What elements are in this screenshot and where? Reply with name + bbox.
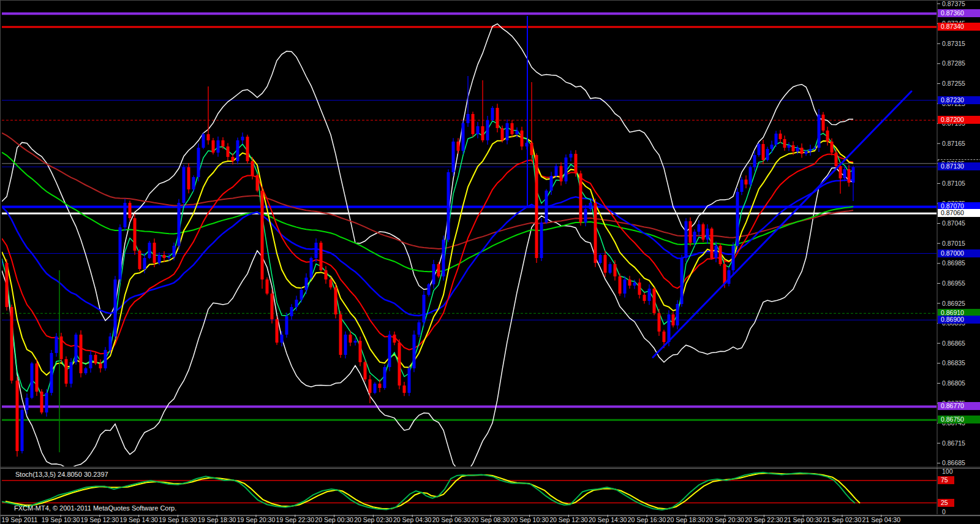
bull-candle: [70, 362, 73, 384]
bear-candle: [134, 218, 137, 251]
bear-candle: [330, 279, 333, 287]
bear-candle: [702, 224, 705, 240]
bear-candle: [792, 145, 795, 151]
bear-candle: [575, 154, 578, 173]
bull-candle: [45, 393, 48, 412]
bear-candle: [379, 384, 382, 388]
bear-candle: [261, 191, 264, 279]
bear-candle: [364, 362, 367, 379]
bull-candle: [753, 155, 756, 167]
bull-candle: [241, 137, 244, 140]
bear-candle: [334, 287, 337, 314]
bull-candle: [736, 192, 739, 246]
bear-candle: [643, 295, 646, 301]
bull-candle: [477, 126, 480, 134]
bull-candle: [818, 115, 821, 148]
chart-frame: [1, 1, 980, 517]
bull-candle: [148, 243, 151, 258]
bull-candle: [771, 145, 774, 149]
bear-candle: [16, 381, 19, 451]
bull-candle: [85, 368, 88, 373]
bear-candle: [638, 283, 641, 295]
bear-candle: [187, 167, 190, 189]
mt4-chart-window: 0.873750.873450.873150.872850.872550.872…: [0, 0, 980, 524]
bear-candle: [138, 251, 141, 269]
bull-candle: [374, 384, 377, 393]
price-chart-canvas[interactable]: [1, 1, 980, 524]
bull-candle: [290, 307, 293, 316]
bull-candle: [732, 246, 735, 270]
bull-candle: [217, 140, 220, 153]
bull-candle: [715, 246, 718, 258]
bear-candle: [628, 279, 631, 286]
bear-candle: [826, 131, 829, 142]
bull-candle: [706, 229, 709, 240]
bear-candle: [94, 355, 97, 363]
bull-candle: [447, 172, 450, 240]
bear-candle: [222, 140, 225, 146]
bear-candle: [779, 134, 782, 139]
bear-candle: [719, 246, 722, 264]
bear-candle: [163, 255, 166, 258]
bull-candle: [775, 134, 778, 145]
bull-candle: [178, 203, 181, 246]
bull-candle: [685, 221, 688, 258]
bull-candle: [75, 335, 78, 362]
bear-candle: [658, 313, 661, 332]
bull-candle: [408, 368, 411, 393]
bear-candle: [663, 332, 666, 342]
bull-candle: [143, 258, 146, 269]
bull-candle: [599, 255, 602, 263]
bull-candle: [741, 180, 744, 192]
time-axis[interactable]: [1, 514, 980, 524]
bull-candle: [491, 108, 494, 120]
bull-candle: [305, 278, 308, 290]
bull-candle: [648, 289, 651, 301]
bull-candle: [173, 246, 176, 257]
bear-candle: [266, 279, 269, 294]
bull-candle: [668, 314, 671, 342]
bull-candle: [21, 410, 24, 451]
bull-candle: [676, 304, 679, 325]
bull-candle: [555, 166, 558, 176]
bull-candle: [202, 134, 205, 148]
bear-candle: [594, 203, 597, 263]
bear-candle: [207, 134, 210, 140]
bull-candle: [285, 316, 288, 335]
bull-candle: [281, 335, 284, 343]
bull-candle: [119, 227, 122, 279]
bear-candle: [521, 131, 524, 146]
bull-candle: [315, 243, 318, 258]
bear-candle: [689, 221, 692, 243]
bull-candle: [124, 203, 127, 227]
bull-candle: [452, 142, 455, 172]
bear-candle: [560, 166, 563, 181]
bear-candle: [65, 359, 68, 384]
bull-candle: [698, 224, 701, 232]
status-bar-copyright: FXCM-MT4, © 2001-2011 MetaQuotes Softwar…: [14, 504, 176, 512]
bull-candle: [197, 148, 200, 177]
price-axis[interactable]: [937, 1, 980, 514]
bull-candle: [423, 295, 426, 322]
bear-candle: [783, 139, 786, 148]
bear-candle: [835, 153, 838, 166]
bear-candle: [251, 161, 254, 175]
bear-candle: [256, 175, 259, 191]
bear-candle: [339, 314, 342, 355]
bear-candle: [535, 155, 538, 258]
bull-candle: [788, 145, 791, 148]
bear-candle: [762, 144, 765, 160]
bull-candle: [31, 363, 34, 398]
bull-candle: [843, 169, 846, 178]
bull-candle: [295, 300, 298, 307]
stoch-signal-line: [6, 473, 860, 509]
bull-candle: [89, 355, 92, 368]
bull-candle: [506, 123, 509, 140]
bull-candle: [486, 120, 489, 140]
bull-candle: [565, 158, 568, 181]
bull-candle: [633, 283, 636, 286]
bull-candle: [383, 367, 386, 388]
bull-candle: [766, 149, 769, 160]
bull-candle: [442, 240, 445, 276]
bear-candle: [496, 108, 499, 128]
